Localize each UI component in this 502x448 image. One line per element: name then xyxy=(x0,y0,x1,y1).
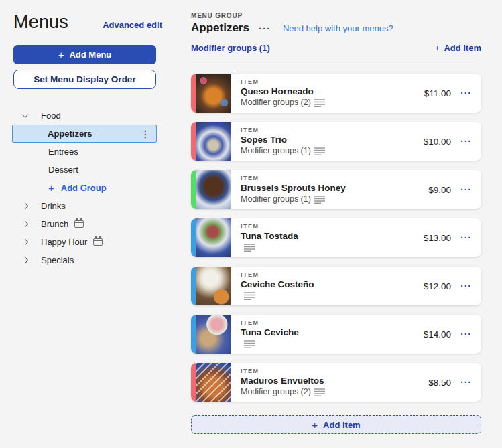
tree-item-happy-hour[interactable]: Happy Hour xyxy=(13,233,162,251)
kebab-menu-icon[interactable]: ⋮ xyxy=(141,129,150,139)
description-lines-icon xyxy=(244,340,255,348)
item-card[interactable]: ITEM Tuna Ceviche $14.00 ··· xyxy=(191,315,481,354)
item-more-icon[interactable]: ··· xyxy=(460,137,472,146)
item-modifier-groups: Modifier groups (2) xyxy=(241,98,311,107)
tree-item-entrees[interactable]: Entrees xyxy=(13,143,162,161)
description-lines-icon xyxy=(314,147,325,155)
item-price: $8.50 xyxy=(416,378,451,388)
tree-item-label: Specials xyxy=(41,255,74,265)
calendar-icon xyxy=(93,238,103,246)
add-item-link[interactable]: +Add Item xyxy=(435,43,481,53)
item-more-icon[interactable]: ··· xyxy=(460,281,472,291)
tree-item-food[interactable]: Food xyxy=(13,106,162,125)
item-more-icon[interactable]: ··· xyxy=(460,378,472,387)
plus-icon: + xyxy=(58,50,64,60)
more-options-icon[interactable]: ··· xyxy=(259,23,271,33)
item-more-icon[interactable]: ··· xyxy=(460,88,472,98)
item-color-stripe xyxy=(191,315,196,354)
set-menu-display-order-label: Set Menu Display Order xyxy=(34,74,135,84)
item-eyebrow: ITEM xyxy=(241,223,416,230)
menu-group-title: Appetizers xyxy=(191,21,249,35)
item-photo xyxy=(196,170,231,209)
item-meta: Modifier groups (1) xyxy=(241,146,416,155)
item-card[interactable]: ITEM Queso Horneado Modifier groups (2) … xyxy=(191,74,481,113)
item-card-body: ITEM Brussels Sprouts Honey Modifier gro… xyxy=(231,170,416,209)
sidebar-header: Menus Advanced edit xyxy=(13,12,162,33)
menu-group-title-row: Appetizers ··· Need help with your menus… xyxy=(191,21,481,35)
item-name: Tuna Ceviche xyxy=(241,327,416,338)
set-menu-display-order-button[interactable]: Set Menu Display Order xyxy=(13,70,156,89)
help-link[interactable]: Need help with your menus? xyxy=(283,23,393,33)
item-color-stripe xyxy=(191,170,196,209)
add-item-dashed-button[interactable]: + Add Item xyxy=(191,415,481,434)
menu-group-panel: MENU GROUP Appetizers ··· Need help with… xyxy=(191,12,481,434)
item-card[interactable]: ITEM Tuna Tostada $13.00 ··· xyxy=(191,218,481,257)
add-item-link-label: Add Item xyxy=(444,43,481,53)
item-color-stripe xyxy=(191,122,196,161)
item-eyebrow: ITEM xyxy=(241,368,416,374)
chevron-right-icon xyxy=(22,257,29,264)
item-eyebrow: ITEM xyxy=(241,319,416,326)
item-modifier-groups: Modifier groups (1) xyxy=(241,146,311,155)
tree-item-brunch[interactable]: Brunch xyxy=(13,215,162,233)
item-meta xyxy=(241,291,416,300)
item-eyebrow: ITEM xyxy=(241,78,416,85)
item-price: $14.00 xyxy=(416,329,451,340)
item-card-body: ITEM Ceviche Costeño xyxy=(231,267,416,305)
item-name: Tuna Tostada xyxy=(241,231,416,241)
description-lines-icon xyxy=(244,291,255,300)
item-card-body: ITEM Queso Horneado Modifier groups (2) xyxy=(231,74,416,113)
item-card-body: ITEM Tuna Tostada xyxy=(231,218,416,257)
item-meta: Modifier groups (1) xyxy=(241,194,416,204)
item-price: $9.00 xyxy=(416,185,451,195)
group-links-row: Modifier groups (1) +Add Item xyxy=(191,43,481,53)
item-eyebrow: ITEM xyxy=(241,175,416,181)
tree-item-label: Happy Hour xyxy=(41,237,87,247)
item-modifier-groups: Modifier groups (1) xyxy=(241,194,311,204)
item-meta xyxy=(241,242,416,252)
item-eyebrow: ITEM xyxy=(241,127,416,133)
chevron-down-icon xyxy=(22,111,29,118)
description-lines-icon xyxy=(244,243,255,252)
plus-icon: + xyxy=(312,419,318,431)
advanced-edit-link[interactable]: Advanced edit xyxy=(103,20,162,33)
item-photo xyxy=(196,267,231,305)
item-meta xyxy=(241,339,416,348)
item-more-icon[interactable]: ··· xyxy=(460,329,472,339)
chevron-right-icon xyxy=(22,203,29,210)
item-card[interactable]: ITEM Ceviche Costeño $12.00 ··· xyxy=(191,267,481,305)
item-photo xyxy=(196,122,231,161)
tree-item-label: Food xyxy=(41,110,61,121)
page-title: Menus xyxy=(13,12,68,33)
item-photo xyxy=(196,74,231,113)
add-menu-button[interactable]: + Add Menu xyxy=(13,45,156,64)
item-eyebrow: ITEM xyxy=(241,271,416,278)
menu-management-page: Menus Advanced edit + Add Menu Set Menu … xyxy=(0,0,502,448)
item-more-icon[interactable]: ··· xyxy=(460,233,472,242)
item-name: Sopes Trio xyxy=(241,135,416,145)
tree-item-dessert[interactable]: Dessert xyxy=(13,161,162,179)
item-color-stripe xyxy=(191,267,196,305)
item-modifier-groups: Modifier groups (2) xyxy=(241,387,311,396)
item-meta: Modifier groups (2) xyxy=(241,98,416,107)
item-meta: Modifier groups (2) xyxy=(241,387,416,396)
item-photo xyxy=(196,315,231,354)
tree-item-specials[interactable]: Specials xyxy=(13,251,162,269)
item-name: Maduros Envueltos xyxy=(241,376,416,386)
tree-item-label: Dessert xyxy=(48,165,78,175)
item-photo xyxy=(196,363,231,402)
item-photo xyxy=(196,218,231,257)
tree-item-drinks[interactable]: Drinks xyxy=(13,197,162,215)
item-card[interactable]: ITEM Maduros Envueltos Modifier groups (… xyxy=(191,363,481,402)
item-price: $12.00 xyxy=(416,281,451,291)
item-card[interactable]: ITEM Brussels Sprouts Honey Modifier gro… xyxy=(191,170,481,209)
modifier-groups-link[interactable]: Modifier groups (1) xyxy=(191,43,270,53)
item-more-icon[interactable]: ··· xyxy=(460,185,472,194)
description-lines-icon xyxy=(314,195,325,204)
items-list: ITEM Queso Horneado Modifier groups (2) … xyxy=(191,74,481,402)
tree-item-appetizers[interactable]: Appetizers ⋮ xyxy=(12,125,157,143)
add-group-button[interactable]: + Add Group xyxy=(13,179,162,197)
chevron-right-icon xyxy=(22,239,29,246)
item-name: Queso Horneado xyxy=(241,86,416,96)
item-card[interactable]: ITEM Sopes Trio Modifier groups (1) $10.… xyxy=(191,122,481,161)
